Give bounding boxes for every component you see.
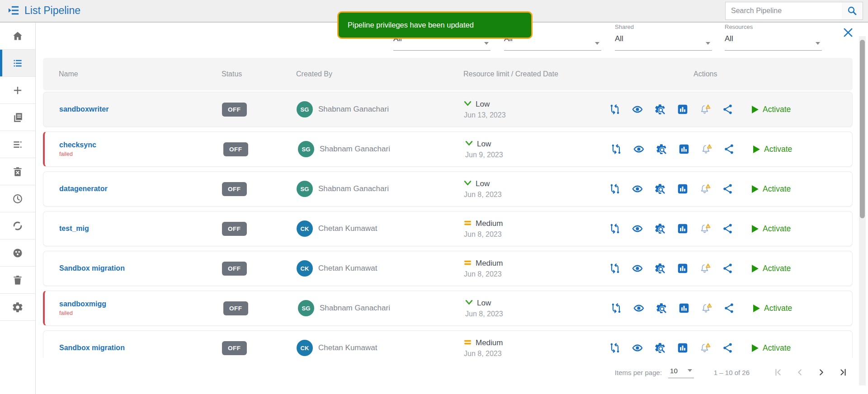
status-badge: OFF — [222, 262, 247, 276]
pipeline-name-link[interactable]: Sandbox migration — [59, 264, 222, 272]
alerts-bell-icon[interactable] — [699, 263, 711, 274]
pipeline-name-link[interactable]: Sandbox migration — [59, 344, 222, 352]
pagination-bar: Items per page: 10 1 – 10 of 26 — [43, 361, 853, 383]
chevron-down-icon — [484, 42, 489, 45]
close-filters-button[interactable] — [842, 26, 854, 39]
compare-icon[interactable] — [609, 263, 621, 274]
settings-search-icon[interactable] — [654, 263, 666, 274]
avatar: CK — [297, 260, 313, 277]
view-icon[interactable] — [631, 263, 643, 274]
activate-button[interactable]: Activate — [753, 145, 792, 154]
pipeline-name-link[interactable]: sandboxmigg — [59, 300, 223, 308]
sidebar-item-delete-pipeline[interactable] — [0, 267, 35, 294]
search-button[interactable] — [842, 2, 863, 19]
view-icon[interactable] — [631, 342, 643, 354]
trash-icon — [12, 274, 24, 286]
table-row: Sandbox migration OFF CK Chetan Kumawat … — [43, 330, 853, 358]
sidebar-item-purge-pipeline[interactable] — [0, 158, 35, 185]
statistics-icon[interactable] — [676, 223, 689, 235]
sidebar-item-schedule[interactable] — [0, 185, 35, 212]
activate-label: Activate — [763, 224, 791, 234]
alerts-bell-icon[interactable] — [699, 223, 711, 235]
statistics-icon[interactable] — [676, 263, 689, 274]
view-icon[interactable] — [631, 103, 643, 115]
statistics-icon[interactable] — [676, 342, 689, 354]
statistics-icon[interactable] — [678, 143, 690, 155]
filter-dropdown-shared[interactable]: Shared All — [615, 23, 712, 51]
share-icon[interactable] — [722, 183, 734, 195]
settings-search-icon[interactable] — [655, 302, 667, 314]
compare-icon[interactable] — [609, 342, 621, 354]
first-page-button[interactable] — [773, 367, 783, 377]
statistics-icon[interactable] — [676, 183, 689, 195]
column-header-name: Name — [43, 70, 222, 78]
sidebar-item-pipelines-list[interactable] — [0, 50, 35, 77]
chevron-down-icon — [816, 42, 820, 45]
pipeline-name-link[interactable]: test_mig — [59, 225, 222, 233]
sidebar-item-sync[interactable] — [0, 212, 35, 239]
activate-label: Activate — [763, 264, 791, 273]
created-date: Jun 13, 2023 — [464, 111, 604, 119]
view-icon[interactable] — [631, 223, 643, 235]
resource-low-icon — [464, 180, 472, 188]
resource-level: Low — [477, 140, 491, 149]
compare-icon[interactable] — [610, 143, 622, 155]
filter-dropdown-resources[interactable]: Resources All — [725, 23, 822, 51]
next-page-button[interactable] — [816, 367, 826, 377]
sidebar-item-copy-pipeline[interactable] — [0, 104, 35, 131]
items-per-page-select[interactable]: 10 — [668, 367, 694, 378]
sidebar-item-settings[interactable] — [0, 294, 35, 321]
statistics-icon[interactable] — [678, 302, 690, 314]
statistics-icon[interactable] — [676, 103, 689, 115]
alerts-bell-icon[interactable] — [699, 183, 711, 195]
settings-search-icon[interactable] — [655, 143, 667, 155]
view-icon[interactable] — [632, 143, 645, 155]
compare-icon[interactable] — [609, 183, 621, 195]
settings-search-icon[interactable] — [654, 342, 666, 354]
sidebar-item-cluster[interactable] — [0, 239, 35, 267]
activate-button[interactable]: Activate — [752, 343, 791, 353]
alerts-bell-icon[interactable] — [700, 302, 712, 314]
activate-button[interactable]: Activate — [752, 224, 791, 234]
share-icon[interactable] — [722, 103, 734, 115]
resource-low-icon — [465, 140, 473, 148]
sidebar-item-pipeline-details[interactable] — [0, 131, 35, 158]
scrollbar-thumb[interactable] — [860, 40, 865, 218]
compare-icon[interactable] — [610, 302, 622, 314]
pipeline-name-link[interactable]: datagenerator — [59, 185, 222, 193]
resource-low-icon — [465, 299, 473, 307]
share-icon[interactable] — [723, 302, 735, 314]
settings-search-icon[interactable] — [654, 223, 666, 235]
sidebar-item-home[interactable] — [0, 23, 35, 50]
settings-search-icon[interactable] — [654, 183, 666, 195]
last-page-button[interactable] — [838, 367, 848, 377]
search-input[interactable] — [726, 2, 842, 19]
activate-button[interactable]: Activate — [752, 105, 791, 114]
table-header: Name Status Created By Resource limit / … — [43, 58, 853, 90]
share-icon[interactable] — [722, 263, 734, 274]
activate-button[interactable]: Activate — [752, 264, 791, 273]
share-icon[interactable] — [722, 342, 734, 354]
alerts-bell-icon[interactable] — [700, 143, 712, 155]
alerts-bell-icon[interactable] — [699, 342, 711, 354]
compare-icon[interactable] — [609, 223, 621, 235]
share-icon[interactable] — [723, 143, 735, 155]
view-icon[interactable] — [631, 183, 643, 195]
activate-button[interactable]: Activate — [753, 304, 792, 313]
settings-search-icon[interactable] — [654, 103, 666, 115]
resource-level: Low — [476, 100, 490, 109]
view-icon[interactable] — [632, 302, 645, 314]
sidebar-item-create-pipeline[interactable] — [0, 77, 35, 104]
chevron-down-icon — [595, 42, 599, 45]
pipeline-name-link[interactable]: checksync — [59, 141, 223, 149]
pagination-range: 1 – 10 of 26 — [714, 369, 750, 376]
pipeline-name-link[interactable]: sandboxwriter — [59, 105, 222, 113]
copy-icon — [12, 112, 24, 123]
resource-medium-icon — [464, 220, 472, 228]
status-badge: OFF — [222, 103, 247, 117]
activate-button[interactable]: Activate — [752, 184, 791, 194]
alerts-bell-icon[interactable] — [699, 103, 711, 115]
share-icon[interactable] — [722, 223, 734, 235]
previous-page-button[interactable] — [795, 367, 805, 377]
compare-icon[interactable] — [609, 103, 621, 115]
